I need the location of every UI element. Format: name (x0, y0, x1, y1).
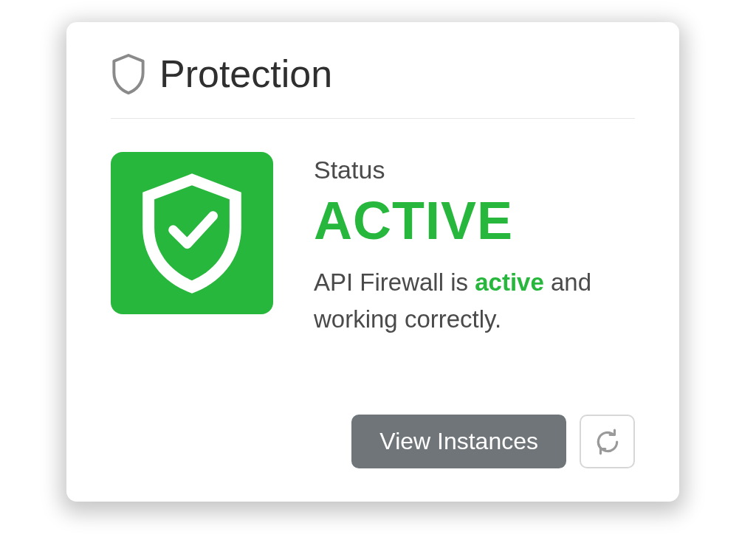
view-instances-button[interactable]: View Instances (351, 415, 566, 468)
shield-icon (111, 54, 146, 94)
protection-card: Protection Status ACTIVE API Firewall is… (66, 22, 679, 502)
refresh-button[interactable] (580, 415, 635, 468)
status-desc-highlight: active (475, 268, 544, 296)
card-body: Status ACTIVE API Firewall is active and… (111, 119, 635, 337)
shield-check-icon (133, 169, 251, 298)
status-badge (111, 152, 273, 314)
status-desc-prefix: API Firewall is (314, 268, 475, 296)
refresh-icon (594, 428, 622, 456)
card-title: Protection (159, 52, 332, 96)
status-value: ACTIVE (314, 190, 635, 251)
status-label: Status (314, 156, 635, 184)
card-footer: View Instances (351, 415, 635, 468)
status-description: API Firewall is active and working corre… (314, 264, 635, 337)
status-block: Status ACTIVE API Firewall is active and… (314, 152, 635, 337)
card-header: Protection (111, 52, 635, 119)
